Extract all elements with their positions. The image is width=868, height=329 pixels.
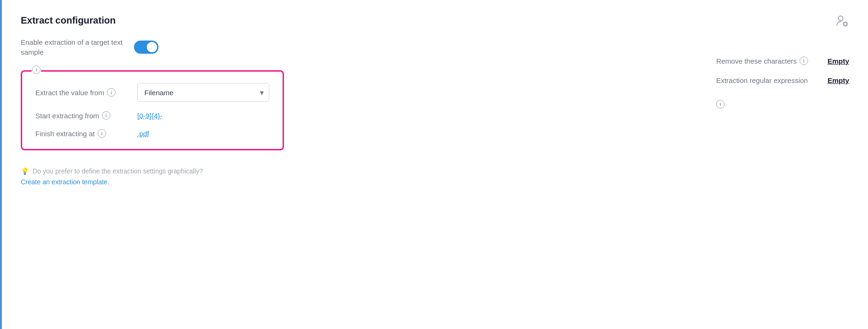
create-template-link[interactable]: Create an extraction template. (21, 178, 109, 186)
extract-from-dropdown-wrapper: Filename Path Content ▾ (137, 83, 269, 102)
finish-extracting-label: Finish extracting at i (35, 129, 130, 138)
remove-chars-row: Remove these characters i Empty (716, 57, 849, 65)
start-extracting-row: Start extracting from i [0-9]{4}- (35, 111, 269, 120)
finish-extracting-row: Finish extracting at i .pdf (35, 129, 269, 138)
remove-chars-label: Remove these characters i (716, 57, 820, 65)
right-panel-info-icon-bottom: i (716, 99, 849, 108)
finish-extracting-value[interactable]: .pdf (137, 130, 149, 138)
remove-chars-value[interactable]: Empty (827, 57, 849, 65)
regex-value[interactable]: Empty (827, 76, 849, 84)
bottom-info-icon[interactable]: i (716, 100, 725, 108)
start-extracting-label: Start extracting from i (35, 111, 130, 120)
user-settings-icon[interactable] (834, 13, 849, 30)
remove-chars-info-icon[interactable]: i (800, 57, 808, 65)
extraction-box-info-icon[interactable]: i (32, 66, 41, 74)
enable-extraction-row: Enable extraction of a target text sampl… (21, 37, 849, 57)
extract-from-label: Extract the value from i (35, 88, 130, 97)
start-extracting-value[interactable]: [0-9]{4}- (137, 112, 162, 120)
regex-row: Extraction regular expression Empty (716, 76, 849, 84)
start-extracting-info-icon[interactable]: i (102, 111, 110, 120)
page-title: Extract configuration (21, 15, 849, 26)
toggle-label: Enable extraction of a target text sampl… (21, 37, 125, 57)
footer-hint: 💡 Do you prefer to define the extraction… (21, 167, 849, 175)
extraction-config-box: i Extract the value from i Filename Path… (21, 70, 284, 150)
extract-from-info-icon[interactable]: i (107, 88, 116, 97)
extract-from-row: Extract the value from i Filename Path C… (35, 83, 269, 102)
enable-extraction-toggle[interactable] (134, 41, 159, 54)
right-panel: Remove these characters i Empty Extracti… (716, 57, 849, 108)
footer-section: 💡 Do you prefer to define the extraction… (21, 167, 849, 186)
regex-label: Extraction regular expression (716, 76, 820, 84)
bulb-icon: 💡 (21, 167, 29, 175)
finish-extracting-info-icon[interactable]: i (98, 129, 106, 138)
svg-point-0 (838, 16, 843, 21)
extract-from-select[interactable]: Filename Path Content (137, 83, 269, 102)
